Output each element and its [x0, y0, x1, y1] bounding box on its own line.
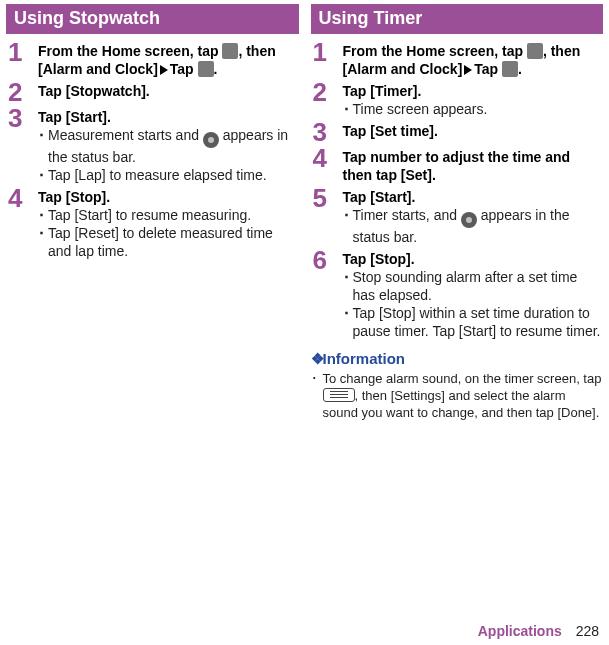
right-step-1: 1 From the Home screen, tap , then [Alar… — [311, 40, 604, 78]
footer-page-number: 228 — [576, 623, 599, 639]
bullet-text: Stop sounding alarm after a set time has… — [353, 268, 604, 304]
bullet-text: Tap [Reset] to delete measured time and … — [48, 224, 299, 260]
right-column: Using Timer 1 From the Home screen, tap … — [311, 4, 604, 421]
step-title: Tap [Stop]. — [343, 250, 604, 268]
bullet-text: To change alarm sound, on the timer scre… — [323, 370, 604, 421]
text: , then [Settings] and select the alarm s… — [323, 388, 600, 420]
stopwatch-header: Using Stopwatch — [6, 4, 299, 34]
text: Measurement starts and — [48, 127, 203, 143]
clock-icon — [198, 61, 214, 77]
step-number: 2 — [311, 80, 343, 104]
arrow-right-icon — [464, 65, 472, 75]
right-step-3: 3 Tap [Set time]. — [311, 120, 604, 144]
bullet: ･ Tap [Start] to resume measuring. — [38, 206, 299, 224]
bullet-dot: ･ — [38, 224, 48, 242]
step-body: Tap [Stopwatch]. — [38, 80, 299, 100]
step-title: Tap [Stop]. — [38, 188, 299, 206]
two-column-layout: Using Stopwatch 1 From the Home screen, … — [0, 0, 609, 421]
text: To change alarm sound, on the timer scre… — [323, 371, 602, 386]
step-number: 4 — [311, 146, 343, 170]
step-title: Tap [Start]. — [343, 188, 604, 206]
text: . — [214, 61, 218, 77]
bullet: ･ Tap [Lap] to measure elapsed time. — [38, 166, 299, 184]
left-column: Using Stopwatch 1 From the Home screen, … — [6, 4, 299, 421]
step-number: 6 — [311, 248, 343, 272]
step-body: Tap number to adjust the time and then t… — [343, 146, 604, 184]
step-body: Tap [Timer]. ･ Time screen appears. — [343, 80, 604, 118]
apps-icon — [527, 43, 543, 59]
step-title: Tap [Timer]. — [343, 82, 604, 100]
bullet: ･ Tap [Reset] to delete measured time an… — [38, 224, 299, 260]
bullet-dot: ･ — [38, 166, 48, 184]
bullet-dot: ･ — [343, 268, 353, 286]
bullet: ･ Timer starts, and appears in the statu… — [343, 206, 604, 246]
bullet-text: Tap [Lap] to measure elapsed time. — [48, 166, 299, 184]
step-body: Tap [Start]. ･ Measurement starts and ap… — [38, 106, 299, 184]
bullet-text: Tap [Start] to resume measuring. — [48, 206, 299, 224]
step-number: 4 — [6, 186, 38, 210]
stopwatch-status-icon — [203, 132, 219, 148]
left-step-4: 4 Tap [Stop]. ･ Tap [Start] to resume me… — [6, 186, 299, 260]
bullet-text: Measurement starts and appears in the st… — [48, 126, 299, 166]
bullet-dot: ･ — [38, 206, 48, 224]
step-number: 5 — [311, 186, 343, 210]
bullet-text: Timer starts, and appears in the status … — [353, 206, 604, 246]
clock-icon — [502, 61, 518, 77]
step-body: From the Home screen, tap , then [Alarm … — [343, 40, 604, 78]
bullet: ･ Stop sounding alarm after a set time h… — [343, 268, 604, 304]
bullet-text: Time screen appears. — [353, 100, 604, 118]
step-body: Tap [Stop]. ･ Stop sounding alarm after … — [343, 248, 604, 340]
right-step-5: 5 Tap [Start]. ･ Timer starts, and appea… — [311, 186, 604, 246]
step-number: 2 — [6, 80, 38, 104]
bullet: ･ Time screen appears. — [343, 100, 604, 118]
step-body: Tap [Start]. ･ Timer starts, and appears… — [343, 186, 604, 246]
diamond-icon: ❖ — [311, 350, 321, 367]
timer-status-icon — [461, 212, 477, 228]
arrow-right-icon — [160, 65, 168, 75]
bullet-text: Tap [Stop] within a set time duration to… — [353, 304, 604, 340]
step-title: From the Home screen, tap , then [Alarm … — [343, 43, 581, 77]
information-heading: ❖Information — [311, 350, 604, 368]
info-label: Information — [323, 350, 406, 367]
information-bullet: ･ To change alarm sound, on the timer sc… — [311, 370, 604, 421]
step-title: Tap [Start]. — [38, 108, 299, 126]
step-body: Tap [Stop]. ･ Tap [Start] to resume meas… — [38, 186, 299, 260]
text: . — [518, 61, 522, 77]
bullet-dot: ･ — [343, 206, 353, 224]
text: Tap — [170, 61, 198, 77]
step-title: Tap [Set time]. — [343, 122, 604, 140]
apps-icon — [222, 43, 238, 59]
right-step-2: 2 Tap [Timer]. ･ Time screen appears. — [311, 80, 604, 118]
step-number: 1 — [311, 40, 343, 64]
timer-header: Using Timer — [311, 4, 604, 34]
bullet-dot: ･ — [38, 126, 48, 144]
step-body: Tap [Set time]. — [343, 120, 604, 140]
step-body: From the Home screen, tap , then [Alarm … — [38, 40, 299, 78]
step-title: From the Home screen, tap , then [Alarm … — [38, 43, 276, 77]
step-title: Tap number to adjust the time and then t… — [343, 148, 604, 184]
left-step-3: 3 Tap [Start]. ･ Measurement starts and … — [6, 106, 299, 184]
step-number: 1 — [6, 40, 38, 64]
left-step-1: 1 From the Home screen, tap , then [Alar… — [6, 40, 299, 78]
bullet: ･ Tap [Stop] within a set time duration … — [343, 304, 604, 340]
bullet-dot: ･ — [311, 370, 323, 421]
bullet-dot: ･ — [343, 100, 353, 118]
right-step-4: 4 Tap number to adjust the time and then… — [311, 146, 604, 184]
text: Timer starts, and — [353, 207, 461, 223]
bullet: ･ Measurement starts and appears in the … — [38, 126, 299, 166]
text: Tap — [474, 61, 502, 77]
text: From the Home screen, tap — [343, 43, 527, 59]
page-footer: Applications 228 — [478, 623, 599, 639]
step-number: 3 — [6, 106, 38, 130]
text: From the Home screen, tap — [38, 43, 222, 59]
menu-key-icon — [323, 388, 355, 402]
footer-section: Applications — [478, 623, 562, 639]
bullet-dot: ･ — [343, 304, 353, 322]
step-number: 3 — [311, 120, 343, 144]
left-step-2: 2 Tap [Stopwatch]. — [6, 80, 299, 104]
step-title: Tap [Stopwatch]. — [38, 83, 150, 99]
right-step-6: 6 Tap [Stop]. ･ Stop sounding alarm afte… — [311, 248, 604, 340]
